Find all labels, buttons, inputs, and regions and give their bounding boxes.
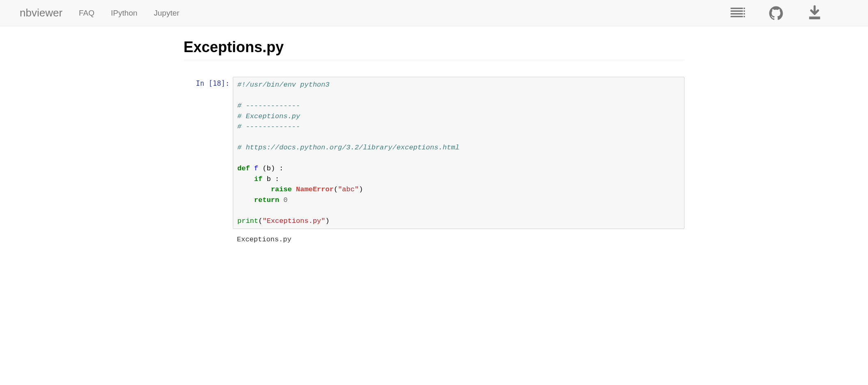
output-text: Exceptions.py xyxy=(237,235,680,245)
input-prompt: In [18]: xyxy=(196,79,230,87)
prompt-col: In [18]: xyxy=(184,77,233,229)
nav-link-faq[interactable]: FAQ xyxy=(79,9,94,18)
svg-rect-1 xyxy=(730,10,743,11)
page-title: Exceptions.py xyxy=(184,39,684,60)
output-area: Exceptions.py xyxy=(233,232,684,248)
svg-rect-6 xyxy=(744,13,745,14)
brand-link[interactable]: nbviewer xyxy=(20,7,62,19)
svg-rect-5 xyxy=(744,10,745,11)
github-icon[interactable] xyxy=(767,5,785,21)
jupyterhub-icon[interactable] xyxy=(728,5,746,21)
svg-rect-7 xyxy=(744,16,745,17)
svg-rect-0 xyxy=(730,7,743,9)
code-cell: In [18]: #!/usr/bin/env python3 # ------… xyxy=(184,77,684,229)
notebook-container: Exceptions.py In [18]: #!/usr/bin/env py… xyxy=(175,26,693,260)
nav-link-jupyter[interactable]: Jupyter xyxy=(154,9,179,18)
nav-left: nbviewer FAQ IPython Jupyter xyxy=(20,7,179,19)
output-prompt-col xyxy=(184,232,233,248)
code-source: #!/usr/bin/env python3 # ------------- #… xyxy=(237,80,680,226)
nav-link-ipython[interactable]: IPython xyxy=(111,9,137,18)
svg-rect-3 xyxy=(730,16,743,17)
navbar: nbviewer FAQ IPython Jupyter xyxy=(0,0,868,26)
output-cell: Exceptions.py xyxy=(184,232,684,248)
svg-rect-4 xyxy=(744,7,745,9)
download-icon[interactable] xyxy=(806,5,824,21)
nav-right xyxy=(728,5,848,21)
svg-rect-2 xyxy=(730,13,743,14)
svg-rect-8 xyxy=(809,16,820,19)
input-area: #!/usr/bin/env python3 # ------------- #… xyxy=(233,77,684,229)
